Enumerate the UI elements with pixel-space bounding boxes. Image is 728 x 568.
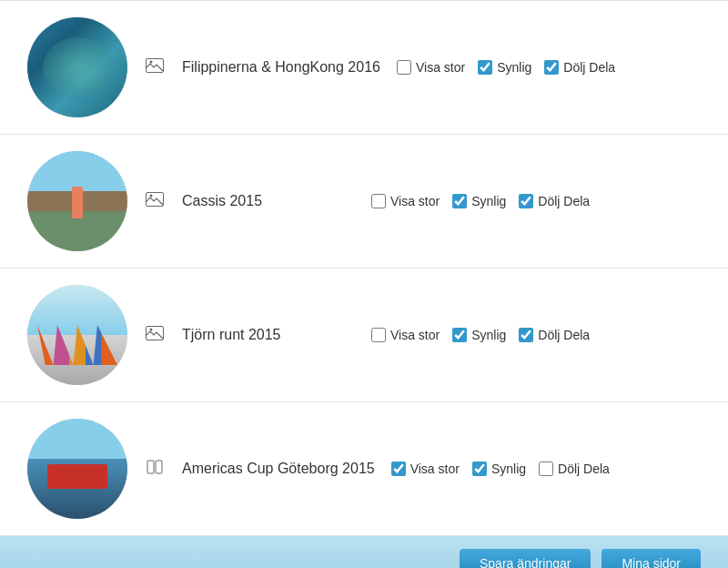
album-thumb-tjorn <box>27 285 127 385</box>
synlig-text: Synlig <box>471 194 506 208</box>
visa-stor-checkbox-philippines[interactable] <box>397 60 411 75</box>
album-name-philippines: Filippinerna & HongKong 2016 <box>182 59 380 76</box>
album-name-tjorn: Tjörn runt 2015 <box>182 327 355 343</box>
album-thumb-americas <box>27 419 127 519</box>
visa-stor-checkbox-cassis[interactable] <box>371 194 386 208</box>
synlig-label-cassis[interactable]: Synlig <box>452 194 506 208</box>
footer: Spara ändringar Mina sidor <box>0 536 728 568</box>
synlig-text: Synlig <box>497 60 531 75</box>
book-icon <box>144 460 166 479</box>
visa-stor-label-americas[interactable]: Visa stor <box>391 462 460 476</box>
synlig-checkbox-philippines[interactable] <box>478 60 492 75</box>
visa-stor-label-cassis[interactable]: Visa stor <box>371 194 440 208</box>
image-icon <box>144 192 166 211</box>
visa-stor-text: Visa stor <box>390 194 440 208</box>
album-thumb-philippines <box>27 17 127 117</box>
synlig-text: Synlig <box>471 328 506 342</box>
image-icon <box>144 326 166 345</box>
album-controls-tjorn: Visa storSynligDölj Dela <box>371 328 590 342</box>
album-controls-cassis: Visa storSynligDölj Dela <box>371 194 590 208</box>
dolj-checkbox-philippines[interactable] <box>544 60 559 75</box>
dolj-checkbox-tjorn[interactable] <box>519 328 533 342</box>
synlig-text: Synlig <box>491 462 526 476</box>
visa-stor-text: Visa stor <box>416 60 465 75</box>
image-icon <box>144 58 166 77</box>
visa-stor-label-tjorn[interactable]: Visa stor <box>371 328 440 342</box>
dolj-label-americas[interactable]: Dölj Dela <box>539 462 610 476</box>
visa-stor-text: Visa stor <box>410 462 460 476</box>
visa-stor-checkbox-americas[interactable] <box>391 462 406 476</box>
album-name-cassis: Cassis 2015 <box>182 193 355 209</box>
dolj-dela-text: Dölj Dela <box>538 328 590 342</box>
synlig-label-tjorn[interactable]: Synlig <box>452 328 506 342</box>
synlig-label-americas[interactable]: Synlig <box>472 462 526 476</box>
save-button[interactable]: Spara ändringar <box>460 549 591 568</box>
album-controls-americas: Visa storSynligDölj Dela <box>391 462 610 476</box>
album-name-americas: Americas Cup Göteborg 2015 <box>182 461 375 477</box>
album-row-americas: Americas Cup Göteborg 2015Visa storSynli… <box>0 402 728 536</box>
svg-point-5 <box>150 328 153 330</box>
synlig-checkbox-cassis[interactable] <box>452 194 467 208</box>
album-row-cassis: Cassis 2015Visa storSynligDölj Dela <box>0 135 728 269</box>
synlig-checkbox-tjorn[interactable] <box>452 328 467 342</box>
dolj-label-tjorn[interactable]: Dölj Dela <box>519 328 590 342</box>
album-thumb-cassis <box>27 151 127 251</box>
my-pages-button[interactable]: Mina sidor <box>602 549 701 568</box>
visa-stor-text: Visa stor <box>390 328 440 342</box>
svg-point-3 <box>150 194 153 197</box>
dolj-dela-text: Dölj Dela <box>558 462 610 476</box>
synlig-checkbox-americas[interactable] <box>472 462 487 476</box>
visa-stor-checkbox-tjorn[interactable] <box>371 328 386 342</box>
albums-list: Filippinerna & HongKong 2016Visa storSyn… <box>0 0 728 536</box>
dolj-checkbox-cassis[interactable] <box>519 194 533 208</box>
svg-point-1 <box>150 60 153 63</box>
visa-stor-label-philippines[interactable]: Visa stor <box>397 60 465 75</box>
dolj-label-philippines[interactable]: Dölj Dela <box>544 60 615 75</box>
album-row-tjorn: Tjörn runt 2015Visa storSynligDölj Dela <box>0 269 728 402</box>
svg-rect-7 <box>156 461 162 473</box>
svg-rect-6 <box>147 461 154 473</box>
dolj-dela-text: Dölj Dela <box>563 60 615 75</box>
dolj-checkbox-americas[interactable] <box>539 462 553 476</box>
album-controls-philippines: Visa storSynligDölj Dela <box>397 60 615 75</box>
album-row-philippines: Filippinerna & HongKong 2016Visa storSyn… <box>0 0 728 135</box>
dolj-dela-text: Dölj Dela <box>538 194 590 208</box>
dolj-label-cassis[interactable]: Dölj Dela <box>519 194 590 208</box>
synlig-label-philippines[interactable]: Synlig <box>478 60 531 75</box>
